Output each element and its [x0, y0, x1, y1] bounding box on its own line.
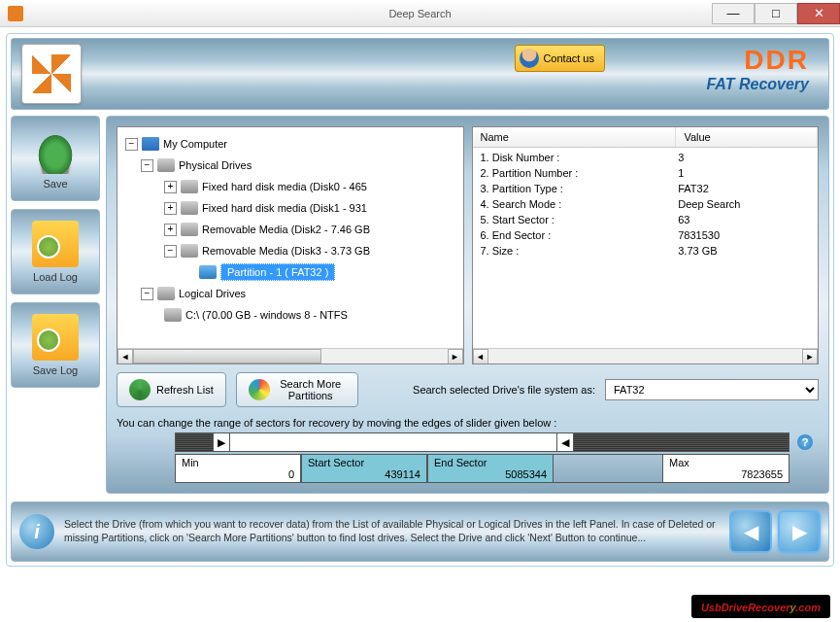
- next-button[interactable]: ▶: [778, 510, 821, 553]
- removable-icon: [181, 244, 198, 258]
- search-more-partitions-button[interactable]: Search More Partitions: [236, 372, 358, 407]
- center-panel: − My Computer − Physical Drives +: [106, 116, 829, 494]
- contact-us-button[interactable]: Contact us: [515, 45, 605, 72]
- col-name[interactable]: Name: [473, 127, 677, 147]
- scroll-left-button[interactable]: ◄: [118, 349, 133, 364]
- save-log-button[interactable]: Save Log: [11, 302, 100, 388]
- tree-disk2[interactable]: + Removable Media (Disk2 - 7.46 GB: [121, 219, 459, 240]
- footer-text: Select the Drive (from which you want to…: [64, 518, 720, 544]
- tree-drive-c[interactable]: C:\ (70.00 GB - windows 8 - NTFS: [121, 304, 459, 326]
- collapse-icon[interactable]: −: [141, 288, 153, 300]
- minimize-button[interactable]: —: [712, 3, 755, 24]
- drive-tree[interactable]: − My Computer − Physical Drives +: [118, 127, 463, 331]
- pie-icon: [249, 379, 270, 400]
- partition-icon: [199, 265, 217, 279]
- logo-box: [21, 44, 82, 104]
- drive-icon: [157, 158, 175, 172]
- scroll-right-button[interactable]: ►: [448, 349, 463, 364]
- end-sector-box: End Sector 5085344: [427, 454, 554, 483]
- tree-partition-selected[interactable]: Partition - 1 ( FAT32 ): [121, 261, 459, 283]
- slider-range-selected: [230, 433, 556, 451]
- save-log-label: Save Log: [33, 364, 78, 376]
- app-icon: [8, 6, 23, 21]
- expand-icon[interactable]: +: [164, 181, 177, 193]
- scroll-thumb[interactable]: [133, 349, 321, 363]
- computer-icon: [142, 137, 159, 151]
- window-title: Deep Search: [388, 8, 451, 19]
- tree-disk3[interactable]: − Removable Media (Disk3 - 3.73 GB: [121, 240, 459, 261]
- load-log-button[interactable]: Load Log: [11, 209, 100, 294]
- detail-row: 2. Partition Number :1: [473, 165, 819, 181]
- detail-row: 1. Disk Number :3: [473, 150, 819, 165]
- slider-handle-start[interactable]: ▶: [213, 433, 230, 451]
- expand-icon[interactable]: +: [164, 224, 177, 236]
- main-frame: Contact us DDR FAT Recovery Save Load Lo…: [6, 33, 834, 567]
- col-value[interactable]: Value: [676, 127, 818, 147]
- main-row: Save Load Log Save Log − My Compute: [11, 116, 829, 494]
- tree-hscrollbar[interactable]: ◄ ►: [118, 348, 463, 363]
- max-box: Max 7823655: [663, 454, 790, 483]
- tree-root[interactable]: − My Computer: [121, 133, 459, 155]
- collapse-icon[interactable]: −: [125, 138, 138, 151]
- sector-gap: [554, 454, 663, 483]
- start-sector-box: Start Sector 439114: [301, 454, 427, 483]
- details-body: 1. Disk Number :3 2. Partition Number :1…: [473, 148, 819, 260]
- volume-icon: [164, 308, 182, 322]
- brand-sub: FAT Recovery: [706, 76, 809, 93]
- window-controls: — □ ✕: [712, 3, 840, 24]
- expand-icon[interactable]: +: [164, 202, 177, 215]
- slider-range-left: [176, 433, 213, 451]
- hdd-icon: [181, 201, 198, 215]
- drive-tree-panel: − My Computer − Physical Drives +: [117, 126, 464, 364]
- drive-icon: [157, 287, 175, 300]
- logo-icon: [32, 54, 71, 93]
- save-label: Save: [43, 178, 67, 190]
- collapse-icon[interactable]: −: [141, 159, 153, 172]
- removable-icon: [181, 223, 198, 236]
- hdd-icon: [181, 180, 198, 193]
- panels-row: − My Computer − Physical Drives +: [117, 126, 819, 364]
- filesystem-select[interactable]: FAT32: [605, 379, 819, 400]
- tree-physical-drives[interactable]: − Physical Drives: [121, 155, 459, 176]
- slider-instruction: You can change the range of sectors for …: [117, 417, 819, 429]
- scroll-track[interactable]: [488, 349, 803, 363]
- details-hscrollbar[interactable]: ◄ ►: [473, 348, 819, 363]
- back-button[interactable]: ◀: [729, 510, 772, 553]
- info-icon: i: [19, 514, 54, 549]
- detail-row: 4. Search Mode :Deep Search: [473, 196, 819, 212]
- filesystem-label: Search selected Drive's file system as:: [413, 384, 595, 396]
- brand-main: DDR: [706, 45, 809, 76]
- tree-disk1[interactable]: + Fixed hard disk media (Disk1 - 931: [121, 197, 459, 219]
- watermark: UsbDriveRecovery.com: [691, 595, 830, 618]
- person-icon: [520, 49, 539, 68]
- buttons-row: Refresh List Search More Partitions Sear…: [117, 372, 819, 407]
- scroll-left-button[interactable]: ◄: [473, 349, 488, 364]
- save-button[interactable]: Save: [11, 116, 100, 201]
- sector-slider[interactable]: ▶ ◀: [175, 432, 790, 452]
- load-log-label: Load Log: [33, 271, 78, 283]
- nav-buttons: ◀ ▶: [729, 510, 821, 553]
- maximize-button[interactable]: □: [755, 3, 797, 24]
- scroll-right-button[interactable]: ►: [802, 349, 818, 364]
- tree-logical-drives[interactable]: − Logical Drives: [121, 283, 459, 304]
- brand: DDR FAT Recovery: [706, 45, 809, 93]
- folder-open-icon: [32, 221, 79, 267]
- min-box: Min 0: [175, 454, 301, 483]
- slider-range-right: [574, 433, 789, 451]
- header-banner: Contact us DDR FAT Recovery: [11, 38, 829, 110]
- detail-row: 6. End Sector :7831530: [473, 227, 819, 243]
- slider-handle-end[interactable]: ◀: [556, 433, 574, 451]
- help-icon[interactable]: ?: [797, 434, 813, 450]
- titlebar: Deep Search — □ ✕: [0, 0, 840, 27]
- refresh-icon: [129, 379, 151, 400]
- close-button[interactable]: ✕: [797, 3, 840, 24]
- contact-label: Contact us: [543, 52, 594, 64]
- sidebar: Save Load Log Save Log: [11, 116, 100, 494]
- details-panel: Name Value 1. Disk Number :3 2. Partitio…: [472, 126, 820, 364]
- refresh-list-button[interactable]: Refresh List: [117, 372, 226, 407]
- save-icon: [32, 127, 79, 174]
- slider-section: You can change the range of sectors for …: [117, 417, 819, 483]
- tree-disk0[interactable]: + Fixed hard disk media (Disk0 - 465: [121, 176, 459, 197]
- scroll-track[interactable]: [133, 349, 448, 363]
- collapse-icon[interactable]: −: [164, 245, 177, 258]
